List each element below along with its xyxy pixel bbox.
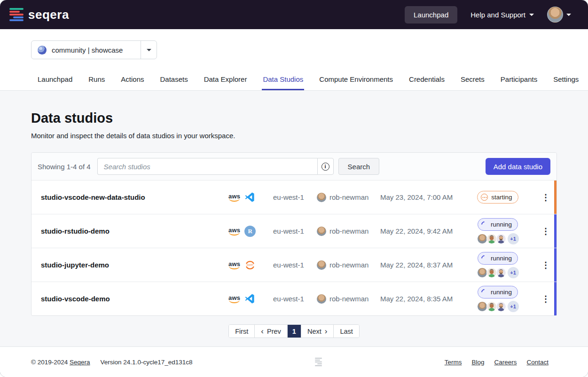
extra-members-badge[interactable]: +1 (508, 301, 519, 312)
extra-members-badge[interactable]: +1 (508, 233, 519, 244)
pagination-next[interactable]: Next› (301, 325, 334, 338)
globe-icon (38, 46, 47, 55)
member-avatars: +1 (477, 267, 519, 278)
showing-count: Showing 1-4 of 4 (38, 163, 91, 171)
search-info-button[interactable]: i (317, 158, 334, 175)
tab-participants[interactable]: Participants (500, 71, 538, 90)
vscode-icon (244, 192, 255, 203)
studio-name-link[interactable]: studio-vscode-new-data-studio (41, 193, 228, 201)
member-avatar (477, 234, 487, 244)
user-name: rob-newman (329, 193, 368, 201)
user-name: rob-newman (329, 295, 368, 303)
caret-down-icon (529, 14, 534, 16)
footer-link-contact[interactable]: Contact (526, 359, 549, 366)
region-cell: eu-west-1 (273, 295, 317, 303)
studio-row[interactable]: studio-rstudio-demo aws R eu-west-1 rob-… (31, 214, 557, 248)
seqera-mark-icon (315, 358, 322, 367)
studio-row[interactable]: studio-vscode-demo aws eu-west-1 rob-new… (31, 282, 557, 315)
region-cell: eu-west-1 (273, 261, 317, 269)
top-navbar: seqera Launchpad Help and Support (0, 0, 588, 29)
studio-name-link[interactable]: studio-jupyter-demo (41, 261, 228, 269)
member-avatars: +1 (477, 301, 519, 312)
extra-members-badge[interactable]: +1 (508, 267, 519, 278)
launchpad-nav-button[interactable]: Launchpad (405, 6, 457, 24)
studio-name-link[interactable]: studio-rstudio-demo (41, 227, 228, 235)
user-avatar (317, 193, 326, 202)
version-text: Version 24.1.0-cycle17_ed131c8 (101, 359, 193, 366)
add-data-studio-button[interactable]: Add data studio (486, 158, 550, 175)
status-badge: running (478, 286, 518, 298)
page-subtitle: Monitor and inspect the details of data … (31, 132, 557, 140)
main-content: Data studios Monitor and inspect the det… (0, 91, 588, 346)
rstudio-icon: R (244, 226, 256, 237)
search-input[interactable] (97, 158, 317, 175)
tab-actions[interactable]: Actions (120, 71, 145, 90)
seqera-brand[interactable]: seqera (9, 8, 69, 22)
workspace-selector[interactable]: community | showcase (31, 40, 157, 59)
user-avatar (547, 7, 563, 23)
copyright-text: © 2019-2024 Seqera (31, 359, 90, 366)
row-actions-menu[interactable]: ⋮ (535, 227, 556, 236)
tab-credentials[interactable]: Credentials (408, 71, 446, 90)
caret-down-icon (566, 14, 571, 16)
tab-compute-environments[interactable]: Compute Environments (318, 71, 394, 90)
user-avatar (317, 294, 326, 304)
member-avatar (486, 267, 497, 278)
workspace-name: community | showcase (52, 46, 123, 54)
tab-data-studios[interactable]: Data Studios (262, 71, 304, 90)
chevron-left-icon: ‹ (261, 327, 264, 335)
aws-icon: aws (228, 193, 240, 202)
info-icon: i (321, 163, 329, 171)
created-date: May 23, 2024, 7:00 AM (380, 193, 460, 201)
footer: © 2019-2024 Seqera Version 24.1.0-cycle1… (0, 346, 588, 377)
chevron-right-icon: › (325, 327, 328, 335)
studios-table-card: Showing 1-4 of 4 i Search Add data studi… (31, 152, 557, 316)
running-spinner-icon (480, 288, 488, 296)
status-badge: running (478, 218, 518, 231)
user-menu[interactable] (547, 7, 571, 23)
member-avatars: +1 (477, 233, 519, 244)
help-and-support-menu[interactable]: Help and Support (470, 11, 534, 19)
studio-row[interactable]: studio-jupyter-demo aws jupyter eu-west-… (31, 248, 557, 282)
jupyter-icon: jupyter (244, 259, 256, 271)
region-cell: eu-west-1 (273, 227, 317, 235)
pagination-first[interactable]: First (229, 325, 255, 338)
tab-data-explorer[interactable]: Data Explorer (203, 71, 248, 90)
workspace-dropdown-toggle[interactable] (141, 41, 157, 59)
status-badge: running (478, 252, 518, 265)
svg-text:jupyter: jupyter (246, 264, 253, 266)
seqera-footer-link[interactable]: Seqera (70, 359, 90, 366)
row-status-accent-bar (554, 248, 557, 282)
tab-settings[interactable]: Settings (552, 71, 580, 90)
pagination-page-1[interactable]: 1 (288, 325, 301, 338)
user-avatar (317, 260, 326, 270)
caret-down-icon (147, 49, 151, 51)
help-label: Help and Support (470, 11, 525, 19)
aws-icon: aws (228, 227, 240, 236)
pagination-prev[interactable]: ‹Prev (255, 325, 288, 338)
tab-launchpad[interactable]: Launchpad (37, 71, 73, 90)
pagination-last[interactable]: Last (334, 325, 359, 338)
running-spinner-icon (480, 220, 488, 228)
region-cell: eu-west-1 (273, 193, 317, 201)
studio-row[interactable]: studio-vscode-new-data-studio aws eu-wes… (31, 180, 557, 214)
tab-secrets[interactable]: Secrets (460, 71, 486, 90)
aws-icon: aws (228, 295, 240, 303)
footer-link-blog[interactable]: Blog (471, 359, 484, 366)
app-window: seqera Launchpad Help and Support commun… (0, 0, 588, 377)
footer-link-careers[interactable]: Careers (494, 359, 517, 366)
search-button[interactable]: Search (338, 158, 380, 175)
user-avatar (317, 227, 326, 236)
pagination: First ‹Prev 1 Next› Last (228, 324, 360, 338)
member-avatar (496, 234, 506, 244)
tab-runs[interactable]: Runs (87, 71, 106, 90)
row-actions-menu[interactable]: ⋮ (535, 193, 556, 202)
tab-datasets[interactable]: Datasets (159, 71, 188, 90)
row-actions-menu[interactable]: ⋮ (535, 295, 556, 303)
workspace-tabs: Launchpad Runs Actions Datasets Data Exp… (0, 71, 588, 91)
row-actions-menu[interactable]: ⋮ (535, 261, 556, 269)
aws-icon: aws (228, 261, 240, 269)
footer-link-terms[interactable]: Terms (445, 359, 462, 366)
studio-name-link[interactable]: studio-vscode-demo (41, 295, 228, 303)
user-name: rob-newman (329, 227, 368, 235)
